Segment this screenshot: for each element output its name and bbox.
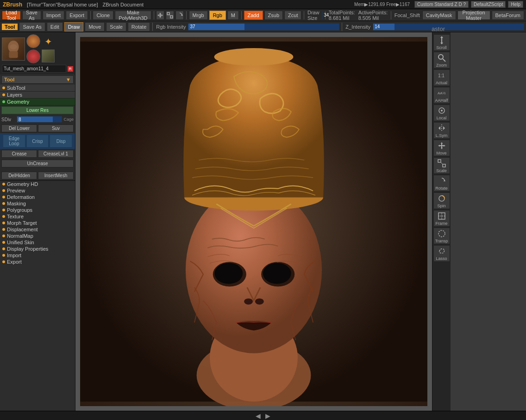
crease-row: Crease CreaseLvl 1 [0,149,75,159]
3d-render-viewport[interactable] [80,37,427,406]
tool-thumbnail-main[interactable] [2,37,25,61]
svg-rect-6 [9,51,18,57]
layers-header[interactable]: Layers [0,92,75,99]
masking-item[interactable]: Masking [0,200,75,207]
scale-button[interactable]: Scale [106,22,126,31]
rotate-button[interactable]: Rotate [128,22,150,31]
lower-res-button[interactable]: Lower Res [1,106,74,114]
nav-arrow-right[interactable]: ▶ [263,412,273,420]
save-as-button-toolbar2[interactable]: Save As [19,22,45,31]
m-button[interactable]: M [227,11,239,20]
import-item[interactable]: Import [0,252,75,259]
deformation-dot [2,196,5,198]
svg-point-29 [438,230,445,237]
zadd-button[interactable]: Zadd [244,11,263,20]
draw-size-value[interactable]: 34 [324,12,329,19]
make-polymesh-button[interactable]: Make PolyMesh3D [115,11,151,20]
nav-arrow-left[interactable]: ◀ [253,412,263,420]
tool-thumbnail-small1[interactable] [26,34,40,48]
rgb-intensity-value[interactable]: 37 [190,24,195,30]
lasso-button[interactable]: Lasso [433,245,450,262]
transp-button[interactable]: Transp [433,228,450,244]
scale-icon-button[interactable]: Scale [433,157,450,174]
normal-map-item[interactable]: NormalMap [0,233,75,239]
crisp-button[interactable]: Crisp [26,135,49,148]
crease-lvl-button[interactable]: CreaseLvl 1 [38,150,74,158]
svg-point-37 [263,263,291,284]
frame-button[interactable]: Frame [433,210,450,227]
rotate-tool-icon[interactable] [175,11,184,20]
tool-thumbnail-small3[interactable] [42,49,55,62]
move-button[interactable]: Move [85,22,105,31]
default-zscript-button[interactable]: DefaultZScript [471,1,506,8]
texture-item[interactable]: Texture [0,213,75,220]
subtool-header[interactable]: SubTool [0,85,75,92]
scroll-button[interactable]: Scroll [433,34,450,51]
del-hidden-button[interactable]: DelHidden [1,172,37,179]
tool-dropdown[interactable]: Tool ▼ [1,75,74,84]
local-button[interactable]: Local [433,105,450,121]
aahalf-button[interactable]: AA½ AAHalf [433,87,450,104]
insert-mesh-button[interactable]: InsertMesh [38,172,74,179]
sdiv-value[interactable]: 8 [19,117,21,122]
rotate-icon-button[interactable]: Rotate [433,175,450,191]
disp-button[interactable]: Disp [50,135,72,148]
tool-thumbnail-small2[interactable] [26,49,40,63]
svg-marker-9 [440,36,443,38]
display-properties-dot [2,247,5,250]
svg-point-39 [255,298,264,304]
cavity-mask-button[interactable]: CavityMask [422,11,456,20]
custom-standard-button[interactable]: Custom Standard Z D ? [414,1,469,8]
bottom-bar: ◀ ▶ [0,411,526,420]
move-tool-icon[interactable] [156,11,164,20]
projection-master-button[interactable]: Projection Master [457,11,490,20]
clone-button[interactable]: Clone [93,11,113,20]
del-lower-row: Del Lower Suv [0,124,75,133]
scale-tool-icon[interactable] [166,11,174,20]
z-intensity-value[interactable]: 14 [375,24,380,30]
unified-skin-item[interactable]: Unified Skin [0,239,75,246]
preview-item[interactable]: Preview [0,187,75,194]
normal-map-dot [2,235,5,237]
render-svg [80,37,427,406]
beta-forum-button[interactable]: BetaForum [492,11,524,20]
deformation-item[interactable]: Deformation [0,194,75,200]
del-lower-button[interactable]: Del Lower [1,124,37,132]
displacement-item[interactable]: Displacement [0,226,75,233]
rgb-intensity-label: Rgb Intensity [156,24,186,30]
separator1 [90,11,91,19]
export-button[interactable]: Export [66,11,88,20]
crease-button[interactable]: Crease [1,150,37,158]
tool-thumbnail-star[interactable]: ✦ [42,35,55,48]
zsub-button[interactable]: Zsub [264,11,283,20]
morph-target-item[interactable]: Morph Target [0,220,75,226]
suv-button[interactable]: Suv [38,124,74,132]
edit-button[interactable]: Edit [47,22,63,31]
edge-loop-button[interactable]: Edge Loop [3,135,25,148]
zoom-button[interactable]: Zoom [433,52,450,68]
title-bar: ZBrush [Timur"Taron"Baysal home use] ZBr… [0,0,526,9]
help-button[interactable]: Help [508,1,523,8]
polygroups-item[interactable]: Polygroups [0,207,75,213]
export-item[interactable]: Export [0,259,75,265]
spin-button[interactable]: Spin [433,192,450,209]
draw-button[interactable]: Draw [64,22,84,31]
canvas-inner[interactable] [80,37,427,406]
zcut-button[interactable]: Zcut [284,11,301,20]
mrgb-button[interactable]: Mrgb [189,11,208,20]
uncrease-button[interactable]: UnCrease [1,160,74,167]
geometry-header[interactable]: Geometry [0,99,75,105]
move-icon-button[interactable]: Move [433,140,450,156]
actual-button[interactable]: 1:1 Actual [433,69,450,86]
import-button[interactable]: Import [43,11,64,20]
display-properties-item[interactable]: Display Properties [0,246,75,252]
layers-dot [2,93,5,96]
load-tool-button[interactable]: Load Tool [2,11,21,20]
rgb-button[interactable]: Rgb [209,11,226,20]
canvas-area[interactable] [75,32,432,411]
svg-marker-20 [438,142,445,149]
lsym-button[interactable]: L.Sym [433,122,450,139]
save-as-button-toolbar1[interactable]: Save As [22,11,41,20]
geometry-hd-item[interactable]: Geometry HD [0,181,75,187]
draw-size-label: Draw Size [307,10,319,21]
